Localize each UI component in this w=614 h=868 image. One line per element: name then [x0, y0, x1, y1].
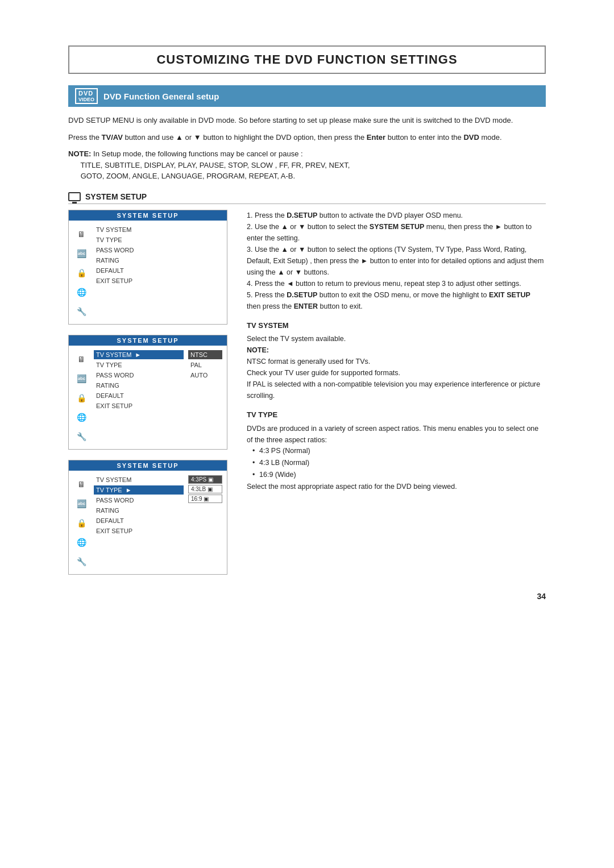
icon-subtitle-2: 🔤: [73, 371, 89, 387]
icon-monitor-2: 🖥: [73, 351, 89, 367]
osd-panel-1-body: 🖥 🔤 🔒 🌐 🔧 TV SYSTEM TV TYPE PASS WORD RA…: [69, 221, 227, 324]
system-setup-section-title: SYSTEM SETUP: [68, 192, 546, 204]
osd-menu-row-tvtype-2: TV TYPE: [94, 360, 184, 369]
tv-type-line1: DVDs are produced in a variety of screen…: [247, 423, 546, 446]
osd-panel-2: SYSTEM SETUP 🖥 🔤 🔒 🌐 🔧 TV SYSTEM ► TV TY…: [68, 335, 227, 450]
osd-panel-1-icons: 🖥 🔤 🔒 🌐 🔧: [73, 225, 89, 319]
osd-panel-1-title: SYSTEM SETUP: [69, 210, 227, 221]
tv-system-line1: Select the TV system available.: [247, 333, 546, 344]
tv-type-heading: TV TYPE: [247, 409, 546, 421]
tv-system-subsection: TV SYSTEM Select the TV system available…: [247, 320, 546, 402]
osd-menu-row-rating-2: RATING: [94, 381, 184, 390]
icon-globe-2: 🌐: [73, 409, 89, 425]
osd-menu-row-exitsetup-2: EXIT SETUP: [94, 401, 184, 410]
tv-system-line3: Check your TV user guide for supported f…: [247, 367, 546, 379]
osd-panel-3-title: SYSTEM SETUP: [69, 460, 227, 471]
tv-system-heading: TV SYSTEM: [247, 320, 546, 332]
osd-panel-2-title: SYSTEM SETUP: [69, 335, 227, 346]
osd-menu-row-tvsystem-2: TV SYSTEM ►: [94, 350, 184, 359]
intro-paragraph-1: DVD SETUP MENU is only available in DVD …: [68, 115, 546, 126]
osd-menu-row-tvtype-1: TV TYPE: [94, 235, 222, 244]
page-title: CUSTOMIZING THE DVD FUNCTION SETTINGS: [68, 45, 546, 74]
step-2: 2. Use the ▲ or ▼ button to select the S…: [247, 221, 546, 244]
icon-monitor: 🖥: [73, 226, 89, 242]
step-1: 1. Press the D.SETUP button to activate …: [247, 210, 546, 221]
osd-menu-row-password-2: PASS WORD: [94, 371, 184, 380]
submenu-169: 16:9 ▣: [188, 495, 222, 503]
step-3: 3. Use the ▲ or ▼ button to select the o…: [247, 244, 546, 278]
submenu-43lb: 4:3LB ▣: [188, 485, 222, 493]
icon-settings-3: 🔧: [73, 554, 89, 570]
icon-subtitle-3: 🔤: [73, 496, 89, 512]
osd-panel-1-menu: TV SYSTEM TV TYPE PASS WORD RATING DEFAU…: [94, 225, 222, 319]
osd-panel-2-menu: TV SYSTEM ► TV TYPE PASS WORD RATING DEF…: [94, 350, 184, 445]
note-label: NOTE:: [68, 149, 91, 158]
system-setup-label: SYSTEM SETUP: [85, 192, 147, 201]
tv-type-subsection: TV TYPE DVDs are produced in a variety o…: [247, 409, 546, 492]
osd-menu-row-default-1: DEFAULT: [94, 266, 222, 275]
osd-menu-row-password-3: PASS WORD: [94, 496, 184, 505]
dvd-bold: DVD: [463, 133, 479, 142]
icon-lock: 🔒: [73, 265, 89, 281]
enter-bold: Enter: [367, 133, 385, 142]
tv-system-note: NOTE:: [247, 344, 546, 356]
osd-panel-3: SYSTEM SETUP 🖥 🔤 🔒 🌐 🔧 TV SYSTEM TV TYPE…: [68, 460, 227, 575]
page-number: 34: [68, 592, 546, 601]
tv-type-item-1: 4:3 PS (Normal): [252, 446, 546, 456]
osd-menu-row-default-2: DEFAULT: [94, 391, 184, 400]
tv-av-bold: TV/AV: [102, 133, 123, 142]
osd-panel-3-body: 🖥 🔤 🔒 🌐 🔧 TV SYSTEM TV TYPE ► PASS WORD …: [69, 471, 227, 574]
icon-settings: 🔧: [73, 304, 89, 319]
osd-panel-2-body: 🖥 🔤 🔒 🌐 🔧 TV SYSTEM ► TV TYPE PASS WORD …: [69, 346, 227, 449]
icon-globe: 🌐: [73, 284, 89, 300]
submenu-auto: AUTO: [188, 371, 222, 380]
osd-panel-3-submenu: 4:3PS ▣ 4:3LB ▣ 16:9 ▣: [188, 475, 222, 570]
arrow-right-3: ►: [126, 487, 132, 493]
osd-panel-2-submenu: NTSC PAL AUTO: [188, 350, 222, 445]
osd-menu-row-rating-1: RATING: [94, 256, 222, 265]
osd-menu-row-exitsetup-1: EXIT SETUP: [94, 276, 222, 285]
icon-lock-3: 🔒: [73, 515, 89, 531]
osd-panel-3-icons: 🖥 🔤 🔒 🌐 🔧: [73, 475, 89, 570]
osd-menu-row-tvtype-3: TV TYPE ►: [94, 485, 184, 495]
dvd-logo: DVD VIDEO: [75, 88, 98, 104]
tv-type-item-2: 4:3 LB (Normal): [252, 458, 546, 468]
osd-panel-1: SYSTEM SETUP 🖥 🔤 🔒 🌐 🔧 TV SYSTEM TV TYPE…: [68, 210, 227, 325]
osd-menu-row-default-3: DEFAULT: [94, 516, 184, 525]
main-content: SYSTEM SETUP 🖥 🔤 🔒 🌐 🔧 TV SYSTEM TV TYPE…: [68, 210, 546, 575]
osd-menu-row-password-1: PASS WORD: [94, 246, 222, 255]
monitor-icon: [68, 192, 81, 201]
step-by-step-instructions: 1. Press the D.SETUP button to activate …: [247, 210, 546, 312]
osd-menu-row-tvsystem-1: TV SYSTEM: [94, 225, 222, 234]
tv-type-line2: Select the most appropriate aspect ratio…: [247, 481, 546, 492]
submenu-ntsc: NTSC: [188, 350, 222, 359]
osd-menu-row-exitsetup-3: EXIT SETUP: [94, 526, 184, 535]
step-5: 5. Press the D.SETUP button to exit the …: [247, 289, 546, 312]
step-4: 4. Press the ◄ button to return to previ…: [247, 278, 546, 289]
submenu-43ps: 4:3PS ▣: [188, 475, 222, 484]
icon-globe-3: 🌐: [73, 534, 89, 550]
osd-menu-row-rating-3: RATING: [94, 506, 184, 515]
note-paragraph: NOTE: In Setup mode, the following funct…: [68, 148, 546, 182]
intro-paragraph-2: Press the TV/AV button and use ▲ or ▼ bu…: [68, 132, 546, 143]
icon-settings-2: 🔧: [73, 429, 89, 445]
right-instructions: 1. Press the D.SETUP button to activate …: [247, 210, 546, 575]
tv-type-item-3: 16:9 (Wide): [252, 470, 546, 480]
osd-panel-3-menu: TV SYSTEM TV TYPE ► PASS WORD RATING DEF…: [94, 475, 184, 570]
osd-menu-row-tvsystem-3: TV SYSTEM: [94, 475, 184, 484]
icon-monitor-3: 🖥: [73, 476, 89, 492]
tv-type-list: 4:3 PS (Normal) 4:3 LB (Normal) 16:9 (Wi…: [247, 446, 546, 480]
tv-system-line2: NTSC format is generally used for TVs.: [247, 356, 546, 367]
icon-lock-2: 🔒: [73, 390, 89, 406]
submenu-pal: PAL: [188, 360, 222, 369]
section-header-title: DVD Function General setup: [103, 92, 219, 101]
tv-system-line4: If PAL is selected with a non-compatible…: [247, 379, 546, 401]
icon-subtitle: 🔤: [73, 246, 89, 261]
arrow-right-2: ►: [135, 351, 141, 358]
section-header: DVD VIDEO DVD Function General setup: [68, 85, 546, 107]
osd-panels-column: SYSTEM SETUP 🖥 🔤 🔒 🌐 🔧 TV SYSTEM TV TYPE…: [68, 210, 233, 575]
osd-panel-2-icons: 🖥 🔤 🔒 🌐 🔧: [73, 350, 89, 445]
